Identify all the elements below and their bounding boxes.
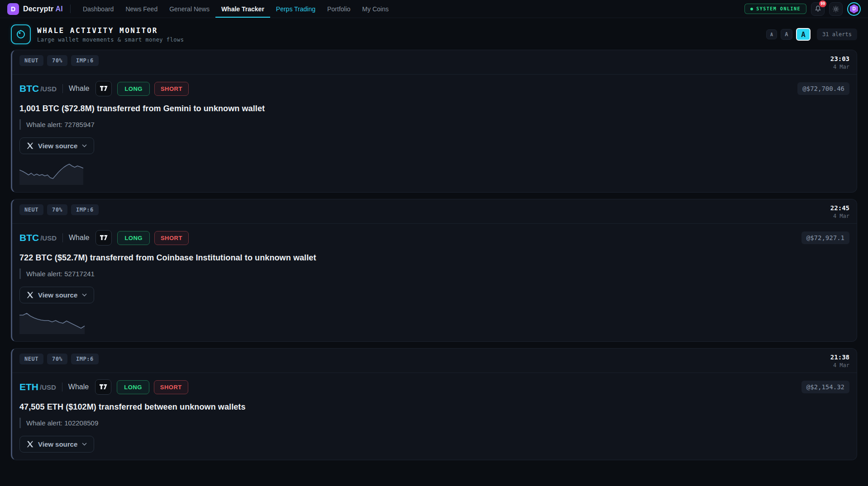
chevron-down-icon (82, 443, 87, 446)
whale-alert-card: NEUT 70% IMP:6 22:45 4 Mar BTC /USD Whal… (11, 199, 857, 342)
view-source-label: View source (38, 142, 77, 150)
impact-badge: IMP:6 (71, 204, 99, 215)
sparkline-fill (19, 313, 85, 334)
alert-date: 4 Mar (830, 362, 849, 368)
brand-name-accent: AI (55, 5, 62, 13)
price-badge: @$2,154.32 (801, 381, 849, 393)
alert-summary: Whale alert: 102208509 (19, 418, 849, 428)
ticker-pair: /USD (40, 234, 57, 242)
price-badge: @$72,700.46 (797, 82, 849, 95)
system-status-label: SYSTEM ONLINE (756, 6, 801, 11)
short-button[interactable]: SHORT (154, 231, 189, 245)
view-source-button[interactable]: View source (19, 137, 94, 154)
chevron-down-icon (82, 293, 87, 297)
nav-item[interactable]: My Coins (356, 0, 394, 18)
font-size-medium-button[interactable]: A (781, 29, 792, 40)
nav-item[interactable]: Portfolio (321, 0, 356, 18)
brand-logo-icon: D (7, 3, 19, 15)
font-size-small-button[interactable]: A (766, 29, 777, 39)
x-twitter-icon (27, 441, 33, 448)
alert-date: 4 Mar (830, 213, 849, 219)
ticker-symbol: BTC (19, 83, 39, 94)
price-badge: @$72,927.1 (801, 231, 849, 244)
source-name: Whale (68, 383, 89, 391)
long-button[interactable]: LONG (117, 231, 150, 245)
time-block: 23:03 4 Mar (830, 55, 849, 70)
symbol-row: BTC /USD Whale LONG SHORT @$72,927.1 (19, 230, 849, 245)
vertical-divider (62, 84, 63, 93)
sun-icon (832, 5, 839, 13)
page-header: WHALE ACTIVITY MONITOR Large wallet move… (0, 18, 868, 50)
view-source-label: View source (38, 440, 77, 448)
alert-headline: 722 BTC ($52.7M) transferred from Coinba… (19, 253, 849, 263)
tradingview-button[interactable] (95, 230, 112, 245)
alert-headline: 1,001 BTC ($72.8M) transferred from Gemi… (19, 104, 849, 113)
tradingview-icon (100, 384, 107, 390)
time-block: 22:45 4 Mar (830, 204, 849, 219)
theme-toggle-button[interactable] (829, 2, 843, 16)
alert-date: 4 Mar (830, 64, 849, 70)
nav-item[interactable]: Whale Tracker (215, 0, 270, 18)
page-header-actions: A A A 31 alerts (766, 28, 857, 41)
whale-alert-card: NEUT 70% IMP:6 21:38 4 Mar ETH /USD Whal… (11, 348, 857, 460)
long-button[interactable]: LONG (117, 380, 149, 394)
alert-summary: Whale alert: 72785947 (19, 119, 849, 130)
vertical-divider (62, 382, 62, 392)
top-navbar: D Decryptr AI Dashboard News Feed Genera… (0, 0, 868, 18)
view-source-button[interactable]: View source (19, 287, 94, 303)
alert-time: 23:03 (830, 55, 849, 62)
symbol-row: BTC /USD Whale LONG SHORT @$72,700.46 (19, 81, 849, 96)
card-body: ETH /USD Whale LONG SHORT @$2,154.32 47,… (12, 373, 857, 460)
nav-item[interactable]: News Feed (119, 0, 163, 18)
nav-item[interactable]: Dashboard (77, 0, 120, 18)
ticker-symbol: ETH (19, 382, 38, 392)
ticker-pair: /USD (40, 85, 57, 93)
system-status-pill: SYSTEM ONLINE (744, 4, 806, 14)
whale-monitor-icon (11, 24, 31, 44)
short-button[interactable]: SHORT (154, 82, 189, 96)
ticker-pair: /USD (40, 383, 56, 391)
view-source-button[interactable]: View source (19, 436, 94, 453)
user-avatar[interactable]: D (847, 2, 861, 16)
tradingview-button[interactable] (95, 379, 111, 395)
symbol-row: ETH /USD Whale LONG SHORT @$2,154.32 (19, 379, 849, 395)
x-twitter-icon (27, 142, 33, 149)
font-size-large-button[interactable]: A (796, 28, 811, 41)
alert-time: 21:38 (830, 354, 849, 361)
card-header: NEUT 70% IMP:6 22:45 4 Mar (12, 199, 857, 224)
vertical-divider (62, 233, 63, 242)
alert-time: 22:45 (830, 204, 849, 212)
nav-item[interactable]: Perps Trading (270, 0, 321, 18)
brand-name-primary: Decryptr (23, 5, 53, 13)
ticker-symbol: BTC (19, 232, 39, 243)
tradingview-button[interactable] (95, 81, 112, 96)
whale-alert-card: NEUT 70% IMP:6 23:03 4 Mar BTC /USD Whal… (11, 50, 857, 193)
notifications-button[interactable]: 99 (811, 2, 825, 16)
confidence-badge: 70% (47, 55, 67, 66)
source-name: Whale (69, 85, 89, 93)
alerts-list: NEUT 70% IMP:6 23:03 4 Mar BTC /USD Whal… (0, 50, 868, 460)
source-name: Whale (69, 234, 89, 242)
card-header: NEUT 70% IMP:6 23:03 4 Mar (12, 50, 857, 75)
alerts-count-badge: 31 alerts (817, 28, 857, 40)
chevron-down-icon (82, 144, 87, 147)
notification-count-badge: 99 (819, 0, 826, 7)
short-button[interactable]: SHORT (154, 380, 188, 394)
brand[interactable]: D Decryptr AI (7, 0, 70, 18)
avatar-logo-icon: D (849, 5, 858, 14)
tradingview-icon (100, 235, 108, 241)
impact-badge: IMP:6 (71, 55, 99, 66)
impact-badge: IMP:6 (71, 354, 99, 364)
card-badges: NEUT 70% IMP:6 (19, 55, 99, 66)
long-button[interactable]: LONG (117, 82, 150, 96)
sentiment-badge: NEUT (19, 354, 43, 364)
price-sparkline (19, 161, 87, 185)
nav-item[interactable]: General News (163, 0, 215, 18)
nav-items: Dashboard News Feed General News Whale T… (77, 0, 395, 18)
time-block: 21:38 4 Mar (830, 354, 849, 368)
confidence-badge: 70% (47, 204, 67, 215)
navbar-right: SYSTEM ONLINE 99 D (744, 0, 861, 18)
card-body: BTC /USD Whale LONG SHORT @$72,700.46 1,… (12, 75, 857, 192)
x-twitter-icon (27, 292, 33, 298)
alert-summary: Whale alert: 52717241 (19, 269, 849, 279)
